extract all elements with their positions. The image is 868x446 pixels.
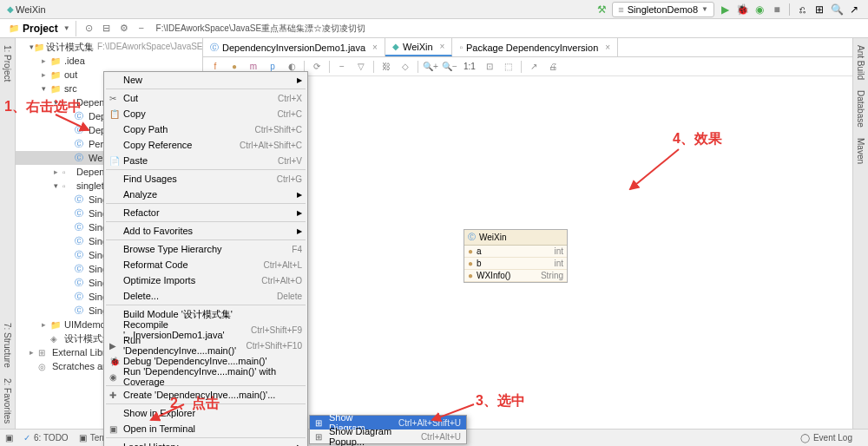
filter-icon[interactable]: ▽ <box>352 59 370 75</box>
menu-item[interactable]: Copy PathCtrl+Shift+C <box>104 121 307 137</box>
link-icon[interactable]: ⛓ <box>378 59 395 75</box>
close-icon[interactable]: × <box>372 43 378 52</box>
folder-icon: 📁 <box>9 23 19 33</box>
right-tool-rail: Ant Build Database Maven <box>852 38 868 429</box>
event-log-button[interactable]: ◯Event Log <box>800 433 852 443</box>
uml-member: ●bint <box>464 258 567 270</box>
menu-item[interactable]: Optimize ImportsCtrl+Alt+O <box>104 272 307 288</box>
fit-icon[interactable]: ⊡ <box>481 59 498 75</box>
uml-member: ●WXInfo()String <box>464 270 567 282</box>
diagram-submenu[interactable]: ⊞Show Diagram...Ctrl+Alt+Shift+U⊞Show Di… <box>309 415 467 444</box>
hide-icon[interactable]: − <box>134 23 149 34</box>
editor-tab[interactable]: ◆WeiXin× <box>385 38 453 56</box>
update-icon[interactable]: ⊞ <box>812 3 826 16</box>
build-icon[interactable]: ⚒ <box>595 3 608 16</box>
menu-item[interactable]: Copy ReferenceCtrl+Alt+Shift+C <box>104 137 307 153</box>
rail-maven[interactable]: Maven <box>856 138 865 164</box>
breadcrumb[interactable]: F:\IDEAworkSpace\JavaSE重点基础集漂☆凌切凌切切 <box>156 23 366 35</box>
submenu-item[interactable]: ⊞Show Diagram Popup...Ctrl+Alt+U <box>310 430 466 443</box>
tree-item-.idea[interactable]: ▸📁.idea <box>16 54 202 68</box>
menu-item[interactable]: ✂CutCtrl+X <box>104 90 307 106</box>
menu-item[interactable]: Delete...Delete <box>104 288 307 304</box>
editor-tab[interactable]: ▫Package DependencyInversion× <box>452 38 618 56</box>
git-icon[interactable]: ⎌ <box>795 3 809 16</box>
menu-item[interactable]: 📄PasteCtrl+V <box>104 153 307 168</box>
rail-database[interactable]: Database <box>856 90 865 128</box>
debug-button[interactable]: 🐞 <box>735 3 749 16</box>
menu-item[interactable]: Refactor▶ <box>104 205 307 220</box>
run-button[interactable]: ▶ <box>718 3 732 16</box>
close-icon[interactable]: × <box>440 42 445 51</box>
rail-project[interactable]: 1: Project <box>3 45 12 82</box>
actual-icon[interactable]: ⬚ <box>500 59 517 75</box>
search-icon[interactable]: 🔍 <box>830 3 844 16</box>
project-tab[interactable]: 📁 Project ▼ <box>3 21 76 36</box>
collapse-icon[interactable]: ⊟ <box>99 23 115 34</box>
export-icon[interactable]: ↗ <box>525 59 542 75</box>
stop-button[interactable]: ■ <box>770 3 784 16</box>
window-title: WeiXin <box>16 4 46 15</box>
menu-item[interactable]: ▶Run 'DependencyInve....main()'Ctrl+Shif… <box>104 338 307 353</box>
refresh-icon[interactable]: ⟳ <box>308 59 326 75</box>
zoom-in-icon[interactable]: 🔍+ <box>422 59 439 75</box>
tree-item-设计模式集[interactable]: ▾📁设计模式集F:\IDEAworkSpace\JavaSE重点基础集漂漂切切漂… <box>16 40 202 54</box>
menu-item[interactable]: Browse Type HierarchyF4 <box>104 241 307 257</box>
title-bar: ◆ WeiXin ⚒ ≡ SingletonDemo8 ▼ ▶ 🐞 ◉ ■ ⎌ … <box>0 0 868 19</box>
rail-structure[interactable]: 7: Structure <box>3 323 12 368</box>
panel-name: Project <box>23 23 58 35</box>
menu-item[interactable]: ✚Create 'DependencyInve....main()'... <box>104 387 307 403</box>
print-icon[interactable]: 🖨 <box>544 59 562 75</box>
coverage-button[interactable]: ◉ <box>753 3 766 16</box>
menu-item[interactable]: Reformat CodeCtrl+Alt+L <box>104 257 307 272</box>
uml-class-box[interactable]: Ⓒ WeiXin ●aint●bint●WXInfo()String <box>464 229 568 283</box>
run-config-name: SingletonDemo8 <box>628 4 698 15</box>
select-opened-icon[interactable]: ⊙ <box>82 23 97 34</box>
settings-icon[interactable]: ↗ <box>847 3 861 16</box>
menu-item[interactable]: ◉Run 'DependencyInve....main()' with Cov… <box>104 369 307 384</box>
todo-button[interactable]: ✓6: TODO <box>23 433 69 443</box>
run-config-selector[interactable]: ≡ SingletonDemo8 ▼ <box>612 2 714 17</box>
menu-item[interactable]: Add to Favorites▶ <box>104 223 307 239</box>
editor-tabs: ⒸDependencyInversionDemo1.java×◆WeiXin×▫… <box>203 38 852 57</box>
menu-item[interactable]: 📋CopyCtrl+C <box>104 106 307 121</box>
status-tool-button[interactable]: ▣ <box>5 433 13 443</box>
nav-bar: 📁 Project ▼ ⊙ ⊟ ⚙ − F:\IDEAworkSpace\Jav… <box>0 19 868 38</box>
zoom-out-icon[interactable]: − <box>333 59 351 75</box>
menu-item[interactable]: New▶ <box>104 72 307 88</box>
menu-item[interactable]: Local History▶ <box>104 439 307 446</box>
run-toolbar: ⚒ ≡ SingletonDemo8 ▼ ▶ 🐞 ◉ ■ ⎌ ⊞ 🔍 ↗ <box>595 2 861 17</box>
rail-favorites[interactable]: 2: Favorites <box>3 378 12 423</box>
uml-class-name: WeiXin <box>479 233 507 242</box>
settings-icon[interactable]: ⚙ <box>116 23 132 34</box>
app-icon: ◆ <box>7 4 14 14</box>
menu-item[interactable]: Find UsagesCtrl+G <box>104 171 307 187</box>
menu-item[interactable]: Show in Explorer <box>104 405 307 421</box>
left-tool-rail: 1: Project 7: Structure 2: Favorites <box>0 38 16 429</box>
leaf-icon[interactable]: ◇ <box>397 59 414 75</box>
zoom-out-icon[interactable]: 🔍− <box>441 59 458 75</box>
editor-tab[interactable]: ⒸDependencyInversionDemo1.java× <box>203 38 385 56</box>
context-menu[interactable]: New▶✂CutCtrl+X📋CopyCtrl+CCopy PathCtrl+S… <box>103 71 308 446</box>
uml-member: ●aint <box>464 246 567 258</box>
close-icon[interactable]: × <box>605 43 610 52</box>
rail-ant[interactable]: Ant Build <box>856 45 865 80</box>
config-icon: ≡ <box>618 4 623 15</box>
zoom-level: 1:1 <box>464 62 476 71</box>
class-icon: Ⓒ <box>468 232 476 243</box>
chevron-down-icon: ▼ <box>701 5 708 13</box>
menu-item[interactable]: ▣Open in Terminal <box>104 421 307 436</box>
menu-item[interactable]: Analyze▶ <box>104 187 307 202</box>
chevron-down-icon: ▼ <box>63 24 70 32</box>
